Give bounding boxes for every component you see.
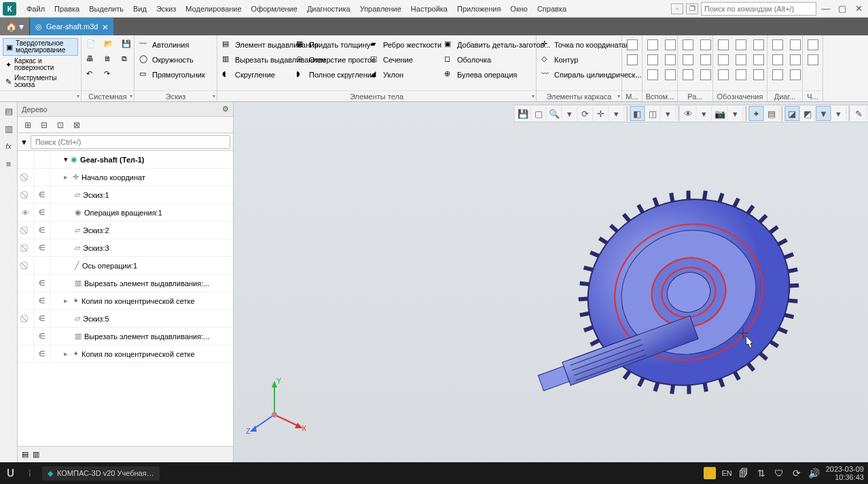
tree-mode-4-icon[interactable]: ⊠ — [71, 119, 83, 131]
home-tab[interactable]: 🏠 ▾ — [0, 18, 30, 35]
vt-wire-icon[interactable]: ◫ — [645, 106, 660, 121]
diag-btn-5[interactable] — [788, 53, 803, 67]
vt-render-1-icon[interactable]: ◪ — [784, 106, 799, 121]
taskbar-clock[interactable]: 2023-03-09 10:36:43 — [826, 465, 864, 481]
note-btn-5[interactable] — [734, 53, 748, 67]
menu-select[interactable]: Выделить — [84, 2, 128, 16]
vt-dd-3[interactable]: ▾ — [661, 106, 676, 121]
vt-frame-icon[interactable]: ▢ — [531, 106, 546, 121]
add-blank-button[interactable]: ▣Добавить деталь-заготов... — [442, 38, 520, 52]
diag-btn-2[interactable] — [770, 53, 785, 67]
viewport-3d[interactable]: 💾 ▢ 🔍 ▾ ⟳ ✛ ▾ ◧ ◫ ▾ 👁 ▾ 📷 ▾ ✦ ▤ — [234, 102, 868, 462]
aux-btn-4[interactable] — [663, 38, 678, 52]
print-preview-button[interactable]: 🗎 — [102, 53, 117, 67]
note-btn-2[interactable] — [716, 53, 731, 67]
menu-window[interactable]: Окно — [505, 2, 532, 16]
diag-btn-1[interactable] — [770, 38, 785, 52]
tree-row[interactable]: ∈▸✦ Копия по концентрической сетке — [18, 292, 233, 310]
tree-row[interactable]: ⃠∈▱ Эскиз:1 — [18, 186, 233, 204]
extrude-button[interactable]: ▤Элемент выдавливания — [220, 38, 291, 52]
diag-btn-6[interactable] — [788, 68, 803, 82]
boolean-button[interactable]: ⊕Булева операция — [442, 68, 520, 82]
aux-btn-3[interactable] — [645, 68, 660, 82]
visibility-toggle-icon[interactable]: ⃠ — [18, 239, 34, 256]
full-fillet-button[interactable]: ◗Полное скругление — [294, 68, 365, 82]
note-btn-4[interactable] — [734, 38, 748, 52]
vt-rotate-icon[interactable]: ⟳ — [578, 106, 593, 121]
tree-row[interactable]: 👁∈◉ Операция вращения:1 — [18, 204, 233, 222]
thicken-button[interactable]: ▦Придать толщину — [294, 38, 365, 52]
aux-btn-1[interactable] — [645, 38, 660, 52]
filter-icon[interactable]: ▼ — [20, 138, 28, 146]
visibility-toggle-icon[interactable]: ⃠ — [18, 310, 34, 327]
tree-row[interactable]: ⃠∈▱ Эскиз:3 — [18, 239, 233, 257]
tree-node-content[interactable]: ▥ Вырезать элемент выдавливания:... — [50, 279, 233, 288]
vt-annotate-icon[interactable]: ✎ — [852, 106, 867, 121]
cascade-icon[interactable]: ❐ — [686, 3, 698, 14]
panel-props-icon[interactable]: ▥ — [3, 122, 15, 135]
window-maximize-button[interactable]: ▢ — [835, 3, 849, 14]
taskbar-app-kompas[interactable]: ◆ КОМПАС-3D v20 Учебная… — [42, 466, 160, 481]
menu-edit[interactable]: Правка — [50, 2, 84, 16]
cut-extrude-button[interactable]: ▥Вырезать выдавливанием — [220, 53, 291, 67]
ch-btn-2[interactable] — [806, 53, 820, 67]
r-btn-5[interactable] — [698, 53, 713, 67]
tree-footer-btn-2[interactable]: ▥ — [33, 450, 39, 459]
tree-row[interactable]: ⃠∈▱ Эскиз:2 — [18, 222, 233, 239]
panel-tree-icon[interactable]: ▤ — [3, 105, 15, 117]
rib-button[interactable]: ▰Ребро жесткости — [368, 38, 439, 52]
draft-button[interactable]: ◢Уклон — [368, 68, 439, 82]
print-button[interactable]: 🖶 — [84, 53, 99, 67]
note-btn-9[interactable] — [751, 68, 766, 82]
tree-node-content[interactable]: ▱ Эскиз:5 — [50, 314, 233, 323]
undo-button[interactable]: ↶ — [84, 68, 99, 82]
note-btn-8[interactable] — [751, 53, 766, 67]
visibility-toggle-icon[interactable]: ⃠ — [18, 222, 34, 239]
hole-button[interactable]: ◎Отверстие простое — [294, 53, 365, 67]
helix-button[interactable]: 〰Спираль цилиндрическ... — [539, 68, 619, 82]
shell-button[interactable]: ◻Оболочка — [442, 53, 520, 67]
menu-apps[interactable]: Приложения — [452, 2, 505, 16]
diag-btn-3[interactable] — [770, 68, 785, 82]
tree-row[interactable]: ∈▥ Вырезать элемент выдавливания:... — [18, 275, 233, 292]
start-menu-icon[interactable]: ᑌ — [4, 467, 16, 479]
restore-small-icon[interactable]: ▫ — [671, 3, 683, 14]
tree-row[interactable]: ∈▥ Вырезать элемент выдавливания:... — [18, 328, 233, 345]
tree-row[interactable]: ⃠∈▱ Эскиз:5 — [18, 310, 233, 328]
section-button[interactable]: ◫Сечение — [368, 53, 439, 67]
visibility-toggle-icon[interactable] — [18, 292, 34, 309]
menu-help[interactable]: Справка — [532, 2, 571, 16]
save-button[interactable]: 💾 — [120, 38, 134, 52]
expander-icon[interactable]: ▸ — [64, 349, 68, 358]
copy-button[interactable]: ⧉ — [120, 53, 134, 67]
tree-root-row[interactable]: ▾ ◉ Gear-shaft (Тел-1) — [18, 151, 233, 169]
ch-btn-1[interactable] — [806, 38, 820, 52]
tree-node-content[interactable]: ▥ Вырезать элемент выдавливания:... — [50, 332, 233, 341]
window-minimize-button[interactable]: — — [819, 3, 833, 14]
tree-footer-btn-1[interactable]: ▤ — [22, 450, 29, 459]
tree-node-content[interactable]: ▸✦ Копия по концентрической сетке — [50, 349, 233, 358]
r-btn-6[interactable] — [698, 68, 713, 82]
vt-cam-icon[interactable]: 📷 — [712, 106, 727, 121]
vt-save-icon[interactable]: 💾 — [516, 106, 530, 121]
window-close-button[interactable]: ✕ — [852, 3, 865, 14]
note-btn-1[interactable] — [716, 38, 731, 52]
open-button[interactable]: 📂 — [102, 38, 117, 52]
menu-sketch[interactable]: Эскиз — [151, 2, 181, 16]
visibility-toggle-icon[interactable] — [18, 328, 34, 345]
r-btn-3[interactable] — [681, 68, 695, 82]
m-btn-1[interactable] — [625, 38, 640, 52]
visibility-toggle-icon[interactable]: ⃠ — [18, 169, 34, 186]
vt-filter-icon[interactable]: ▼ — [816, 106, 831, 121]
vt-dd-5[interactable]: ▾ — [728, 106, 743, 121]
vt-hide-icon[interactable]: 👁 — [681, 106, 696, 121]
circle-button[interactable]: ◯Окружность — [137, 53, 207, 67]
vt-dd-4[interactable]: ▾ — [697, 106, 712, 121]
tree-node-content[interactable]: ▸✛ Начало координат — [50, 173, 233, 182]
tree-row[interactable]: ∈▸✦ Копия по концентрической сетке — [18, 345, 233, 363]
mode-wireframe[interactable]: ✦ Каркас и поверхности — [3, 56, 78, 73]
mode-solid[interactable]: ▣ Твердотельное моделирование — [3, 38, 78, 56]
menu-diagnostics[interactable]: Диагностика — [302, 2, 355, 16]
r-btn-2[interactable] — [681, 53, 695, 67]
r-btn-4[interactable] — [698, 38, 713, 52]
